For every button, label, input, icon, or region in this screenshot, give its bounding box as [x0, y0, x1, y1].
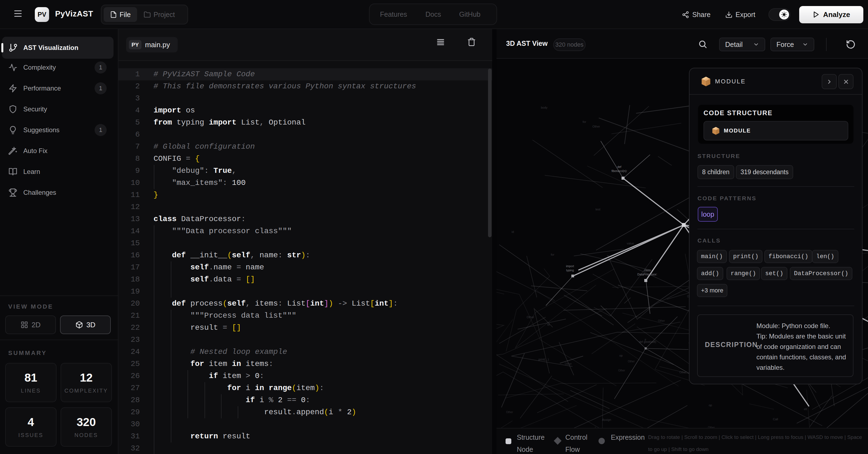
svg-text:Assign: Assign — [602, 418, 611, 421]
svg-text:for: for — [583, 120, 586, 123]
svg-text:typing: typing — [566, 269, 574, 272]
svg-text:Other: Other — [565, 362, 572, 365]
svg-text:elt: elt — [804, 407, 807, 411]
svg-text:Other: Other — [527, 315, 534, 319]
svg-text:id: id — [512, 230, 514, 234]
svg-text:Other: Other — [679, 371, 686, 374]
svg-text:for: for — [551, 253, 554, 256]
svg-text:body: body — [541, 106, 548, 109]
svg-text:Other: Other — [708, 426, 715, 428]
svg-text:Call: Call — [773, 418, 778, 421]
svg-text:def greet(self):: def greet(self): — [639, 340, 657, 343]
svg-text:value: value — [627, 242, 634, 245]
svg-text:Other: Other — [628, 360, 635, 363]
svg-text:def: def — [617, 165, 622, 169]
svg-text:print(...): print(...) — [538, 358, 549, 361]
svg-text:Other: Other — [618, 369, 625, 372]
svg-text:test: test — [595, 208, 600, 211]
svg-text:import: import — [566, 265, 574, 268]
svg-text:fibonacci(n):: fibonacci(n): — [611, 169, 627, 173]
svg-text:op: op — [619, 354, 623, 357]
svg-text:Other: Other — [506, 411, 513, 414]
svg-text:class: class — [644, 269, 651, 272]
svg-text:Other: Other — [592, 125, 600, 128]
svg-text:op: op — [709, 403, 712, 407]
svg-text:Other: Other — [658, 319, 665, 322]
svg-text:DataProcessor:: DataProcessor: — [638, 273, 657, 276]
svg-text:id: id — [547, 323, 550, 326]
